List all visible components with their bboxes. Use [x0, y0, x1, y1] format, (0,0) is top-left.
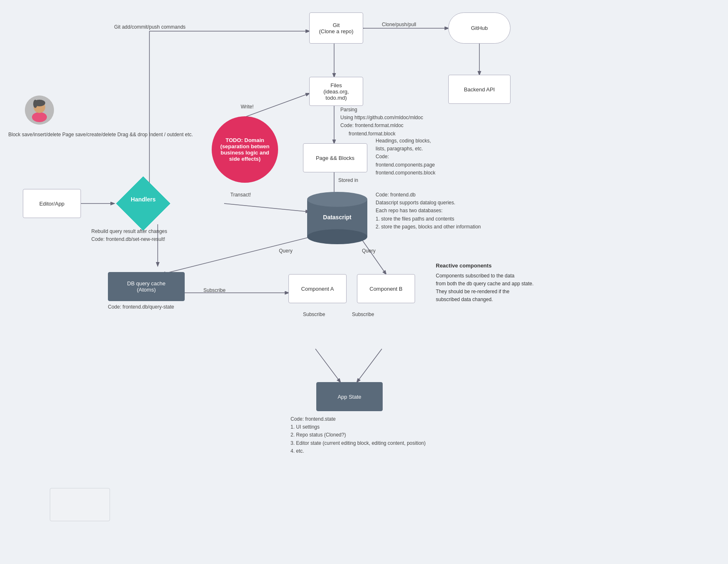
svg-point-17 — [32, 112, 47, 122]
datascript-note: Code: frontend.db Datascript supports da… — [376, 191, 481, 231]
component-b-box: Component B — [357, 274, 415, 303]
empty-box — [50, 488, 110, 521]
rebuild-query-label: Rebuild query result after changes Code:… — [91, 228, 167, 243]
write-label: Write! — [241, 103, 254, 110]
transact-label: Transact! — [230, 191, 251, 199]
svg-line-14 — [315, 349, 340, 382]
files-box: Files(ideas.org, todo.md) — [309, 77, 363, 106]
editor-actions-label: Block save/insert/delete Page save/creat… — [8, 131, 193, 138]
app-state-code-label: Code: frontend.state 1. UI settings 2. R… — [291, 415, 426, 455]
page-blocks-box: Page && Blocks — [303, 143, 367, 172]
avatar — [25, 96, 54, 125]
diagram: Block save/insert/delete Page save/creat… — [0, 0, 728, 564]
db-cache-box: DB query cache(Atoms) — [108, 272, 185, 301]
svg-point-25 — [307, 229, 367, 244]
app-state-box: App State — [316, 382, 383, 411]
reactive-components-label: Reactive components Components subscribe… — [436, 262, 534, 304]
stored-in-label: Stored in — [338, 177, 358, 184]
svg-point-24 — [307, 192, 367, 207]
editor-app-box: Editor/App — [23, 189, 81, 218]
parsing-label: Parsing Using https://github.com/mldoc/m… — [340, 106, 423, 138]
datascript-cylinder: Datascript — [305, 191, 369, 245]
svg-text:Datascript: Datascript — [323, 214, 352, 221]
page-blocks-note: Headings, coding blocks, lists, paragrap… — [376, 137, 435, 177]
svg-line-9 — [224, 204, 309, 212]
svg-marker-21 — [116, 177, 170, 231]
todo-circle: TODO: Domain (separation betwen business… — [212, 116, 278, 183]
svg-line-10 — [162, 233, 328, 274]
subscribe-db-label: Subscribe — [203, 287, 225, 294]
component-a-box: Component A — [288, 274, 347, 303]
svg-line-15 — [357, 349, 382, 382]
git-add-label: Git add/commit/push commands — [114, 23, 186, 31]
backend-api-box: Backend API — [448, 75, 511, 104]
git-box: Git(Clone a repo) — [309, 12, 363, 44]
github-box: GitHub — [448, 12, 511, 44]
subscribe-b-label: Subscribe — [352, 311, 374, 318]
query-left-label: Query — [279, 247, 293, 255]
svg-point-20 — [33, 100, 37, 108]
clone-push-pull-label: Clone/push/pull — [382, 21, 416, 28]
query-right-label: Query — [362, 247, 376, 255]
svg-text:Handlers: Handlers — [131, 196, 156, 203]
db-query-code-label: Code: frontend.db/query-state — [108, 303, 174, 311]
handlers-diamond: Handlers — [114, 174, 172, 233]
subscribe-a-label: Subscribe — [303, 311, 325, 318]
